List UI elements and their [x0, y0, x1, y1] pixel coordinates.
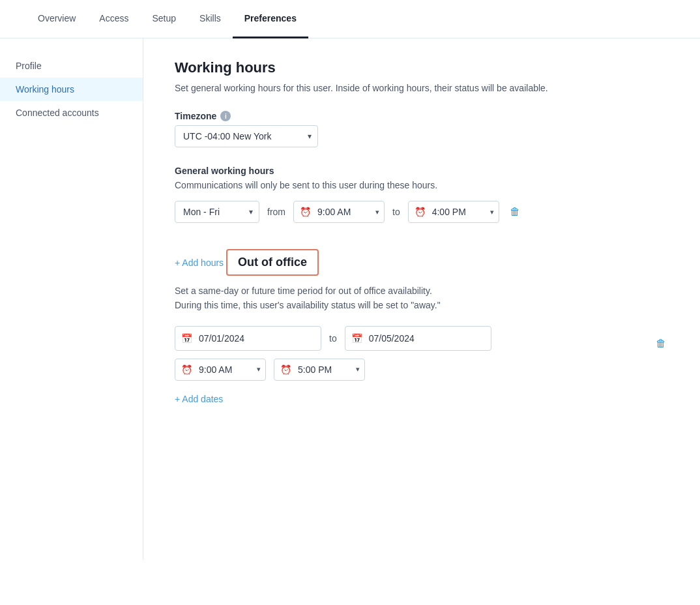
oof-start-date-wrapper: 📅 — [175, 326, 321, 351]
main-layout: ProfileWorking hoursConnected accounts W… — [0, 38, 700, 560]
to-label-hours: to — [392, 207, 400, 217]
sidebar-item-connected-accounts[interactable]: Connected accounts — [0, 101, 143, 125]
end-time-select-wrapper: ⏰ 4:00 PM 5:00 PM 6:00 PM ▾ — [408, 201, 499, 223]
oof-date-to-label: to — [329, 333, 337, 344]
oof-desc-line2: During this time, this user's availabili… — [175, 300, 441, 310]
out-of-office-description: Set a same-day or future time period for… — [175, 284, 669, 313]
tab-overview[interactable]: Overview — [26, 0, 87, 38]
days-select[interactable]: Mon - Fri Monday Tuesday Wednesday Thurs… — [175, 201, 259, 223]
oof-start-time-select[interactable]: 9:00 AM 10:00 AM 11:00 AM — [175, 359, 266, 381]
top-navigation: OverviewAccessSetupSkillsPreferences — [0, 0, 700, 38]
sidebar-item-working-hours[interactable]: Working hours — [0, 78, 143, 101]
working-hours-description: Set general working hours for this user.… — [175, 81, 669, 95]
trash-icon: 🗑 — [510, 206, 520, 218]
start-time-select[interactable]: 9:00 AM 10:00 AM 11:00 AM 12:00 PM — [293, 201, 385, 223]
out-of-office-row-container: 📅 to 📅 ⏰ 9:00 AM 10:00 — [175, 326, 669, 389]
oof-date-range-row: 📅 to 📅 — [175, 326, 645, 351]
oof-end-date-wrapper: 📅 — [345, 326, 491, 351]
oof-end-date-input[interactable] — [345, 326, 491, 351]
page-title: Working hours — [175, 59, 669, 76]
timezone-label: Timezone i — [175, 111, 669, 121]
general-working-hours-desc: Communications will only be sent to this… — [175, 180, 669, 190]
tab-access[interactable]: Access — [87, 0, 140, 38]
delete-hours-button[interactable]: 🗑 — [507, 203, 523, 220]
timezone-info-icon[interactable]: i — [220, 111, 231, 121]
days-select-wrapper: Mon - Fri Monday Tuesday Wednesday Thurs… — [175, 201, 259, 223]
timezone-select[interactable]: UTC -04:00 New York UTC -05:00 Chicago U… — [175, 125, 318, 147]
sidebar-item-profile[interactable]: Profile — [0, 54, 143, 78]
oof-delete-wrapper: 🗑 — [653, 335, 669, 352]
add-hours-link[interactable]: + Add hours — [175, 258, 224, 268]
add-dates-link[interactable]: + Add dates — [175, 394, 223, 404]
sidebar: ProfileWorking hoursConnected accounts — [0, 38, 143, 560]
main-content: Working hours Set general working hours … — [143, 38, 700, 560]
oof-end-time-select[interactable]: 5:00 PM 6:00 PM 7:00 PM — [274, 359, 365, 381]
end-time-select[interactable]: 4:00 PM 5:00 PM 6:00 PM — [408, 201, 499, 223]
timezone-select-wrapper: UTC -04:00 New York UTC -05:00 Chicago U… — [175, 125, 318, 147]
oof-time-row: ⏰ 9:00 AM 10:00 AM 11:00 AM ▾ ⏰ 5:00 PM … — [175, 359, 645, 381]
oof-start-time-wrapper: ⏰ 9:00 AM 10:00 AM 11:00 AM ▾ — [175, 359, 266, 381]
oof-inputs: 📅 to 📅 ⏰ 9:00 AM 10:00 — [175, 326, 645, 389]
tab-skills[interactable]: Skills — [188, 0, 233, 38]
oof-desc-line1: Set a same-day or future time period for… — [175, 286, 432, 296]
start-time-select-wrapper: ⏰ 9:00 AM 10:00 AM 11:00 AM 12:00 PM ▾ — [293, 201, 385, 223]
from-label: from — [267, 207, 285, 217]
tab-preferences[interactable]: Preferences — [233, 0, 308, 38]
delete-oof-button[interactable]: 🗑 — [653, 335, 669, 352]
tab-setup[interactable]: Setup — [140, 0, 188, 38]
out-of-office-title: Out of office — [226, 249, 319, 276]
oof-start-date-input[interactable] — [175, 326, 321, 351]
oof-end-time-wrapper: ⏰ 5:00 PM 6:00 PM 7:00 PM ▾ — [274, 359, 365, 381]
hours-row: Mon - Fri Monday Tuesday Wednesday Thurs… — [175, 201, 669, 223]
oof-trash-icon: 🗑 — [656, 338, 666, 349]
general-working-hours-title: General working hours — [175, 166, 669, 176]
